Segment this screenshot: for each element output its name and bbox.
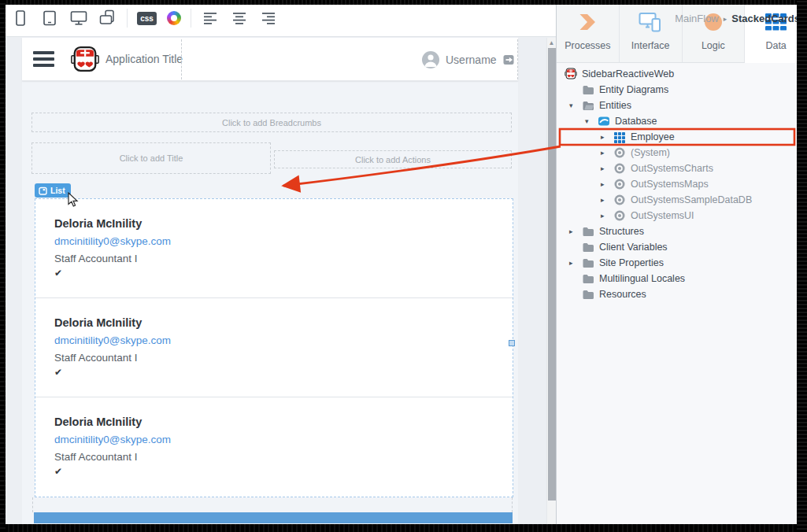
twisty-closed-icon[interactable]: ▸ xyxy=(601,196,613,204)
tree-item-outsystemsui[interactable]: ▸OutSystemsUI xyxy=(557,208,807,224)
tree-item-structures[interactable]: ▸Structures xyxy=(557,224,807,239)
tree-item-label: OutSystemsMaps xyxy=(631,179,709,190)
twisty-closed-icon[interactable]: ▸ xyxy=(601,212,613,220)
header-placeholder-divider xyxy=(181,39,182,79)
tree-item-database[interactable]: ▾Database xyxy=(557,113,807,129)
theme-styles-icon[interactable] xyxy=(167,11,181,25)
list-badge-label: List xyxy=(50,186,65,195)
css-editor-button[interactable]: css xyxy=(137,12,157,25)
breadcrumb: MainFlow ▸ StackedCards xyxy=(675,0,800,37)
reference-icon xyxy=(613,178,626,190)
tab-interface[interactable]: Interface xyxy=(620,0,683,62)
rotate-orientation-icon[interactable] xyxy=(98,9,117,28)
tree-item-label: SidebarReactiveWeb xyxy=(582,68,674,79)
screenshot-border xyxy=(797,0,807,532)
user-menu[interactable]: Username xyxy=(422,38,515,81)
list-widget-badge[interactable]: List xyxy=(35,183,71,198)
tree-item-sidebarreactiveweb[interactable]: SidebarReactiveWeb xyxy=(557,66,807,82)
tree-item-multilingual-locales[interactable]: Multilingual Locales xyxy=(557,271,807,286)
card-email[interactable]: dmcinitility0@skype.com xyxy=(54,434,513,445)
app-title[interactable]: Application Title xyxy=(106,38,183,81)
tree-item-outsystemsmaps[interactable]: ▸OutSystemsMaps xyxy=(557,176,807,192)
title-placeholder[interactable]: Click to add Title xyxy=(31,142,271,174)
selection-resize-handle[interactable] xyxy=(509,340,515,346)
align-group xyxy=(201,9,278,28)
twisty-closed-icon[interactable]: ▸ xyxy=(601,180,613,188)
menu-icon[interactable] xyxy=(33,51,54,70)
card-email[interactable]: dmcinitility0@skype.com xyxy=(54,334,513,346)
service-studio-window: css MainFlow ▸ StackedCards Applicatio xyxy=(0,0,807,532)
tree-item-outsystemscharts[interactable]: ▸OutSystemsCharts xyxy=(557,161,807,176)
twisty-open-icon[interactable]: ▾ xyxy=(569,102,582,109)
folder-icon xyxy=(582,241,594,253)
folder-open-icon xyxy=(582,99,594,112)
folder-icon xyxy=(582,225,594,238)
tree-item-label: OutSystemsSampleDataDB xyxy=(631,194,752,205)
style-group: css xyxy=(137,11,181,25)
list-widget-icon xyxy=(39,187,47,195)
twisty-closed-icon[interactable]: ▸ xyxy=(601,164,613,172)
mouse-cursor-icon xyxy=(68,192,80,208)
tree-item-client-variables[interactable]: Client Variables xyxy=(557,239,807,255)
twisty-open-icon[interactable]: ▾ xyxy=(585,117,598,125)
breadcrumbs-placeholder[interactable]: Click to add Breadcrumbs xyxy=(31,113,512,132)
placeholder-label: Click to add Actions xyxy=(355,155,431,164)
actions-placeholder[interactable]: Click to add Actions xyxy=(274,150,512,168)
card-name: Deloria McInility xyxy=(54,217,513,230)
tree-item-outsystemssampledatadb[interactable]: ▸OutSystemsSampleDataDB xyxy=(557,192,807,208)
tree-item-label: Multilingual Locales xyxy=(599,273,685,284)
tree-item-entities[interactable]: ▾Entities xyxy=(557,98,807,113)
design-canvas: Application Title Username Click to add … xyxy=(0,37,556,532)
placeholder-label: Click to add Breadcrumbs xyxy=(222,118,321,127)
tree-item-label: OutSystemsCharts xyxy=(631,163,713,174)
reference-icon xyxy=(613,209,626,222)
card-email[interactable]: dmcinitility0@skype.com xyxy=(54,235,513,247)
card-role: Staff Accountant I xyxy=(54,352,513,364)
tab-label: Logic xyxy=(701,40,725,51)
align-left-icon[interactable] xyxy=(201,9,220,28)
tree-item-label: Entity Diagrams xyxy=(599,84,668,95)
app-header-widget[interactable]: Application Title Username xyxy=(22,38,518,81)
tree-item-resources[interactable]: Resources xyxy=(557,286,807,302)
twisty-closed-icon[interactable]: ▸ xyxy=(601,149,613,157)
employee-card[interactable]: Deloria McInilitydmcinitility0@skype.com… xyxy=(35,298,513,397)
logout-icon[interactable] xyxy=(503,54,515,65)
folder-icon xyxy=(582,83,594,96)
next-widget-bar[interactable] xyxy=(34,512,513,523)
top-toolbar: css xyxy=(0,0,556,37)
list-widget[interactable]: Deloria McInilitydmcinitility0@skype.com… xyxy=(35,198,513,497)
breadcrumb-screen: StackedCards xyxy=(731,13,800,24)
toolbar-divider xyxy=(191,9,191,28)
canvas-scrollbar: ▲ xyxy=(546,38,556,532)
twisty-closed-icon[interactable]: ▸ xyxy=(569,259,582,267)
tree-item-label: (System) xyxy=(631,147,670,158)
twisty-closed-icon[interactable]: ▸ xyxy=(569,227,582,235)
tree-item-employee[interactable]: ▸Employee xyxy=(557,129,807,145)
tree-item-entity-diagrams[interactable]: Entity Diagrams xyxy=(557,82,807,98)
scrollbar-thumb[interactable] xyxy=(548,48,556,501)
phone-preview-icon[interactable] xyxy=(11,9,30,28)
interface-icon xyxy=(639,12,662,32)
placeholder-label: Click to add Title xyxy=(120,153,183,163)
tab-label: Processes xyxy=(565,40,610,51)
card-check: ✔ xyxy=(54,466,513,477)
employee-card[interactable]: Deloria McInilitydmcinitility0@skype.com… xyxy=(35,199,513,298)
card-check: ✔ xyxy=(54,367,513,378)
tab-label: Interface xyxy=(631,40,670,51)
folder-icon xyxy=(582,288,594,301)
scrollbar-up-icon[interactable]: ▲ xyxy=(547,38,556,48)
twisty-closed-icon[interactable]: ▸ xyxy=(601,133,613,141)
desktop-preview-icon[interactable] xyxy=(69,9,88,28)
tablet-preview-icon[interactable] xyxy=(40,9,59,28)
tab-processes[interactable]: Processes xyxy=(557,0,620,62)
align-center-icon[interactable] xyxy=(230,9,249,28)
tree-item-system[interactable]: ▸(System) xyxy=(557,145,807,161)
align-right-icon[interactable] xyxy=(259,9,278,28)
breadcrumb-flow[interactable]: MainFlow xyxy=(675,13,719,24)
reference-icon xyxy=(613,194,626,206)
widget-edge-dash xyxy=(32,497,33,512)
screen-preview: Application Title Username Click to add … xyxy=(22,38,518,532)
card-role: Staff Accountant I xyxy=(54,253,513,264)
tree-item-site-properties[interactable]: ▸Site Properties xyxy=(557,255,807,271)
employee-card[interactable]: Deloria McInilitydmcinitility0@skype.com… xyxy=(35,397,513,497)
